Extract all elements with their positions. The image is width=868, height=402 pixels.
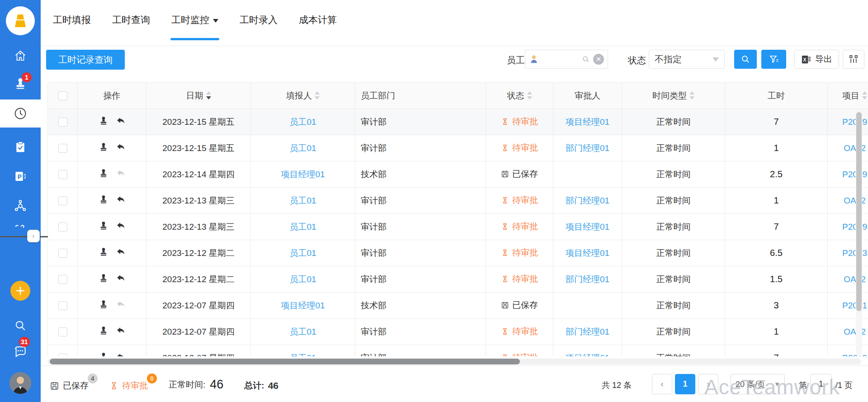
filler-link[interactable]: 员工01 xyxy=(289,117,316,127)
filler-link[interactable]: 项目经理01 xyxy=(281,301,325,310)
withdraw-icon[interactable] xyxy=(116,142,126,152)
page-size-select[interactable]: 20 条/页 ▼ xyxy=(731,374,785,394)
project-link[interactable]: P2019 xyxy=(842,170,867,179)
filter-button[interactable] xyxy=(761,50,786,69)
timesheet-record-query-tab[interactable]: 工时记录查询 xyxy=(46,50,125,70)
clear-input-icon[interactable]: ✕ xyxy=(593,54,604,65)
withdraw-icon[interactable] xyxy=(116,116,126,126)
withdraw-icon[interactable] xyxy=(116,273,126,283)
approver-link[interactable]: 部门经理01 xyxy=(566,143,609,153)
approver-link[interactable]: 项目经理01 xyxy=(566,353,609,357)
project-link[interactable]: P2019 xyxy=(842,353,867,357)
approve-stamp-icon[interactable] xyxy=(99,299,108,309)
column-settings-button[interactable] xyxy=(843,50,864,69)
nav-tab-4[interactable]: 成本计算 xyxy=(299,14,337,26)
approver-link[interactable]: 项目经理01 xyxy=(566,248,609,258)
app-logo[interactable] xyxy=(6,6,35,35)
approve-stamp-icon[interactable] xyxy=(99,142,108,152)
withdraw-icon[interactable] xyxy=(116,194,126,204)
column-header-2[interactable]: 日期 xyxy=(146,83,251,109)
column-header-3[interactable]: 填报人 xyxy=(251,83,355,109)
project-link[interactable]: P2019 xyxy=(842,222,867,232)
approver-link[interactable]: 部门经理01 xyxy=(566,274,609,284)
filler-link[interactable]: 员工01 xyxy=(289,196,316,205)
filler-link[interactable]: 员工01 xyxy=(289,353,316,357)
sort-icon[interactable] xyxy=(527,91,532,100)
project-link[interactable]: P2019 xyxy=(842,117,867,127)
project-link[interactable]: P2021 xyxy=(842,301,867,310)
withdraw-icon[interactable] xyxy=(116,352,126,356)
approver-link[interactable]: 项目经理01 xyxy=(566,117,609,127)
nav-tab-1[interactable]: 工时查询 xyxy=(112,14,150,26)
filler-link[interactable]: 员工01 xyxy=(289,143,316,153)
approver-link[interactable]: 项目经理01 xyxy=(566,222,609,232)
withdraw-icon[interactable] xyxy=(116,326,126,336)
withdraw-icon[interactable] xyxy=(116,247,126,257)
row-checkbox[interactable] xyxy=(58,275,67,284)
prev-page-button[interactable]: ‹ xyxy=(652,374,672,394)
saved-summary[interactable]: 已保存 4 xyxy=(50,380,89,392)
nav-tab-2[interactable]: 工时监控 xyxy=(171,14,218,26)
current-page-button[interactable]: 1 xyxy=(675,374,695,394)
sidebar-item-project[interactable]: P xyxy=(0,163,41,190)
sidebar-item-approval[interactable] xyxy=(0,70,41,97)
approve-stamp-icon[interactable] xyxy=(99,221,108,231)
input-search-icon[interactable] xyxy=(581,55,590,64)
approver-link[interactable]: 部门经理01 xyxy=(566,327,609,336)
row-checkbox[interactable] xyxy=(58,222,67,232)
sort-icon[interactable] xyxy=(206,91,211,100)
sort-icon[interactable] xyxy=(689,91,694,100)
column-header-5[interactable]: 状态 xyxy=(486,83,553,109)
approve-stamp-icon[interactable] xyxy=(99,116,108,126)
approve-stamp-icon[interactable] xyxy=(99,247,108,257)
approve-stamp-icon[interactable] xyxy=(99,273,108,283)
row-checkbox[interactable] xyxy=(58,144,67,153)
row-checkbox[interactable] xyxy=(58,301,67,310)
project-link[interactable]: OA02 xyxy=(844,327,866,336)
nav-tab-0[interactable]: 工时填报 xyxy=(53,14,91,26)
project-link[interactable]: P2023 xyxy=(842,248,867,258)
sidebar-item-home[interactable] xyxy=(0,42,41,69)
status-filter-select[interactable]: 不指定 xyxy=(649,50,725,69)
row-checkbox[interactable] xyxy=(58,118,67,127)
select-all-checkbox[interactable] xyxy=(58,91,67,100)
column-header-7[interactable]: 时间类型 xyxy=(622,83,725,109)
row-checkbox[interactable] xyxy=(58,170,67,179)
vertical-scrollbar[interactable] xyxy=(856,109,862,356)
nav-tab-3[interactable]: 工时录入 xyxy=(240,14,278,26)
export-button[interactable]: X 导出 xyxy=(794,50,839,69)
sidebar-item-search[interactable] xyxy=(0,312,41,339)
project-link[interactable]: OA02 xyxy=(844,274,866,284)
horizontal-scrollbar-thumb[interactable] xyxy=(50,359,520,364)
approve-stamp-icon[interactable] xyxy=(99,326,108,336)
row-checkbox[interactable] xyxy=(58,354,67,356)
vertical-scrollbar-thumb[interactable] xyxy=(856,112,862,311)
column-header-9[interactable]: 项目 xyxy=(828,83,868,109)
sidebar-item-timesheet-active[interactable] xyxy=(0,99,41,128)
filler-link[interactable]: 员工01 xyxy=(289,327,316,336)
project-link[interactable]: OA02 xyxy=(844,143,866,153)
filler-link[interactable]: 员工01 xyxy=(289,222,316,232)
filler-link[interactable]: 项目经理01 xyxy=(281,170,325,179)
row-checkbox[interactable] xyxy=(58,196,67,205)
sidebar-item-collaboration[interactable] xyxy=(0,192,41,219)
user-avatar[interactable] xyxy=(9,372,31,394)
sort-icon[interactable] xyxy=(862,91,867,100)
sort-icon[interactable] xyxy=(315,91,320,100)
filler-link[interactable]: 员工01 xyxy=(289,248,316,258)
row-checkbox[interactable] xyxy=(58,249,67,258)
sidebar-item-tasks[interactable] xyxy=(0,133,41,161)
filler-link[interactable]: 员工01 xyxy=(289,274,316,284)
sidebar-collapse-button[interactable]: › xyxy=(27,230,40,242)
approve-stamp-icon[interactable] xyxy=(99,168,108,178)
row-checkbox[interactable] xyxy=(58,327,67,336)
next-page-button[interactable]: › xyxy=(698,374,718,394)
employee-search-input[interactable] xyxy=(542,55,579,64)
withdraw-icon[interactable] xyxy=(116,221,126,231)
horizontal-scrollbar[interactable] xyxy=(47,359,861,364)
approver-link[interactable]: 部门经理01 xyxy=(566,196,609,205)
approve-stamp-icon[interactable] xyxy=(99,194,108,204)
approve-stamp-icon[interactable] xyxy=(99,352,108,356)
employee-search-field[interactable]: ✕ xyxy=(525,50,608,69)
search-button[interactable] xyxy=(734,50,757,69)
